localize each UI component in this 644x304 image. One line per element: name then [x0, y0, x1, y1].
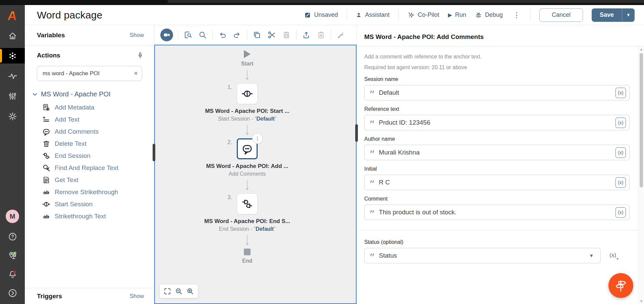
field-label: Author name [364, 136, 630, 142]
action-group-toggle[interactable]: MS Word - Apache POI [25, 86, 154, 101]
export-button[interactable] [301, 30, 311, 40]
user-avatar[interactable]: M [0, 209, 25, 224]
clear-search-icon[interactable]: × [134, 70, 138, 77]
import-icon [317, 31, 325, 39]
copy-button[interactable] [252, 30, 262, 40]
sidebar-item-help[interactable]: ? [0, 229, 25, 244]
guide-widget-button[interactable] [608, 273, 633, 298]
action-item-label: Get Text [55, 176, 78, 184]
insert-variable-button[interactable]: (x) [615, 177, 626, 188]
flow-step-1: 1. [237, 83, 258, 104]
save-button[interactable]: Save [592, 8, 622, 22]
canvas-resize-handle[interactable] [355, 124, 358, 142]
action-item-find-and-replace-text[interactable]: Find And Replace Text [25, 162, 154, 174]
undo-button[interactable] [217, 30, 227, 40]
paste-button[interactable] [281, 30, 291, 40]
add-metadata-icon [42, 103, 50, 112]
insert-variable-button[interactable]: (x) [615, 147, 626, 158]
sidebar-item-activity[interactable] [0, 68, 25, 84]
action-item-add-text[interactable]: Add Text [25, 114, 154, 126]
panel-resize-handle[interactable] [153, 144, 155, 161]
cancel-button[interactable]: Cancel [539, 8, 583, 22]
node-title: MS Word - Apache POI: End S... [204, 218, 290, 225]
flow-canvas[interactable]: Start 1. MS Word - Apache POI: Start ...… [154, 45, 357, 304]
field-input-initial[interactable]: ” R C (x) [364, 175, 630, 190]
action-item-add-comments[interactable]: Add Comments [25, 126, 154, 138]
field-label: Session name [364, 76, 630, 82]
action-item-delete-text[interactable]: Delete Text [25, 138, 154, 150]
panel-scrollbar[interactable]: ▲ ▼ [638, 46, 644, 304]
node-title: MS Word - Apache POI: Start ... [205, 108, 289, 115]
sidebar-item-expand[interactable] [0, 285, 25, 301]
scroll-down-arrow[interactable]: ▼ [639, 299, 644, 303]
sidebar-item-home[interactable] [0, 28, 25, 43]
action-description: Add a comment with reference to the anch… [364, 54, 630, 60]
run-button[interactable]: ▶ Run [448, 11, 466, 18]
scrollbar-thumb[interactable] [640, 53, 643, 187]
sidebar-item-pathfinder[interactable] [0, 248, 25, 263]
insert-variable-plus-button[interactable]: (x)+ [609, 252, 616, 259]
sidebar-item-notifications[interactable] [0, 266, 25, 282]
zoom-in-icon [186, 287, 194, 295]
zoom-out-icon [175, 287, 183, 295]
automation-anywhere-logo[interactable]: A [5, 8, 20, 23]
field-input-session-name[interactable]: ” Default (x) [364, 85, 630, 100]
redo-button[interactable] [232, 30, 242, 40]
action-item-add-metadata[interactable]: Add Metadata [25, 101, 154, 114]
content-search-button[interactable] [183, 30, 193, 40]
sidebar-item-administration[interactable] [0, 108, 25, 124]
properties-title: MS Word - Apache POI: Add Comments [357, 25, 644, 41]
browser-top-strip [0, 0, 644, 5]
node-menu-button[interactable]: ⋮ [252, 133, 263, 144]
sidebar-item-automation[interactable] [0, 48, 25, 63]
chevron-down-icon [32, 92, 38, 97]
field-input-reference-text[interactable]: ” Prduct ID: 123456 (x) [364, 115, 630, 130]
insert-variable-button[interactable]: (x) [615, 118, 626, 128]
flow-node-ms-word-apache-poi-start[interactable] [237, 83, 258, 104]
field-value: R C [379, 179, 615, 186]
copilot-button[interactable]: Co-Pilot [408, 11, 439, 19]
field-input-author-name[interactable]: ” Murali Krishna (x) [364, 145, 630, 160]
assistant-button[interactable]: Assistant [356, 11, 389, 18]
field-label: Initial [364, 166, 630, 172]
action-group-label: MS Word - Apache POI [41, 90, 111, 98]
triggers-show-link[interactable]: Show [129, 293, 144, 300]
zoom-out-button[interactable] [174, 287, 183, 296]
action-item-label: Add Text [55, 116, 79, 123]
save-dropdown-button[interactable]: ▼ [622, 8, 635, 22]
action-item-strikethrough-text[interactable]: abStrikethrough Text [25, 210, 154, 222]
search-button[interactable] [198, 30, 208, 40]
action-item-start-session[interactable]: Start Session [25, 198, 154, 210]
format-painter-button[interactable] [336, 30, 346, 40]
insert-variable-button[interactable]: (x) [615, 88, 626, 98]
pin-icon[interactable] [137, 52, 144, 59]
status-label: Status (optional) [364, 239, 601, 245]
more-options-button[interactable]: ⋮ [512, 11, 522, 19]
zoom-in-button[interactable] [186, 287, 195, 296]
action-item-label: Find And Replace Text [55, 164, 118, 172]
action-item-end-session[interactable]: End Session [25, 150, 154, 162]
action-item-remove-strikethrough[interactable]: abRemove Strikethrough [25, 186, 154, 198]
canvas-zoom-controls [160, 285, 198, 298]
left-panel: Variables Show Actions × MS Word - Apach… [25, 25, 154, 304]
field-input-comment[interactable]: ” This product is out of stock. (x) [364, 205, 630, 220]
debug-button[interactable]: Debug [475, 11, 503, 18]
actions-search-input[interactable] [37, 66, 142, 81]
insert-variable-button[interactable]: (x) [615, 207, 626, 218]
flow-node-ms-word-apache-poi-end-s[interactable] [237, 193, 258, 214]
step-number: 2. [227, 139, 232, 146]
action-item-get-text[interactable]: Get Text [25, 174, 154, 186]
end-session-icon [42, 152, 50, 160]
fit-to-screen-button[interactable] [163, 287, 172, 296]
variables-show-link[interactable]: Show [129, 32, 144, 39]
import-button[interactable] [316, 30, 326, 40]
status-dropdown[interactable]: ” Status ▼ [364, 248, 601, 263]
node-title: MS Word - Apache POI: Add ... [206, 163, 288, 170]
search-icon [198, 31, 207, 39]
scroll-up-arrow[interactable]: ▲ [639, 47, 644, 51]
cut-button[interactable] [267, 30, 277, 40]
recorder-button[interactable] [160, 29, 173, 41]
step-number: 3. [227, 194, 232, 201]
sidebar-item-devices[interactable] [0, 88, 25, 104]
strikethrough-icon: ab [42, 212, 50, 220]
